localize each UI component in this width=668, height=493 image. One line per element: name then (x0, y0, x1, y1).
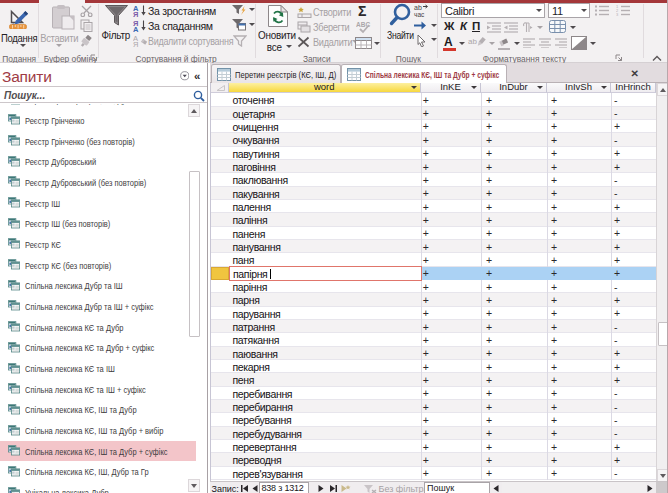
svg-text:Я: Я (133, 10, 138, 17)
svg-text:3: 3 (616, 12, 619, 16)
svg-text:ab: ab (468, 37, 477, 46)
svg-text:час: час (414, 11, 425, 17)
svg-text:Я: Я (133, 40, 138, 47)
svg-text:А: А (133, 25, 139, 32)
svg-text:ab: ab (414, 4, 422, 11)
